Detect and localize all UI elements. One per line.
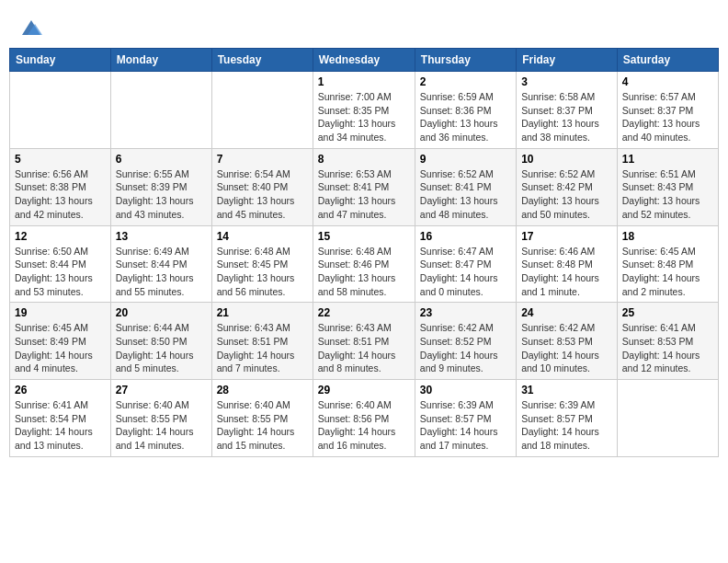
day-info: Sunrise: 6:45 AM Sunset: 8:49 PM Dayligh… [15,321,106,375]
day-cell: 24Sunrise: 6:42 AM Sunset: 8:53 PM Dayli… [517,303,618,380]
day-number: 2 [420,75,511,88]
calendar-table: SundayMondayTuesdayWednesdayThursdayFrid… [9,48,719,457]
day-number: 17 [521,230,612,243]
header-cell-tuesday: Tuesday [211,49,313,72]
day-number: 24 [521,306,612,319]
day-number: 3 [521,75,612,88]
day-number: 31 [521,384,612,396]
day-number: 26 [15,384,106,396]
header-cell-friday: Friday [517,49,618,72]
day-cell [211,72,313,149]
day-info: Sunrise: 6:50 AM Sunset: 8:44 PM Dayligh… [15,245,106,299]
day-number: 16 [420,230,511,243]
day-info: Sunrise: 6:45 AM Sunset: 8:48 PM Dayligh… [622,245,713,299]
day-number: 15 [318,230,410,243]
day-cell: 14Sunrise: 6:48 AM Sunset: 8:45 PM Dayli… [211,225,313,303]
day-cell: 16Sunrise: 6:47 AM Sunset: 8:47 PM Dayli… [415,225,516,303]
day-info: Sunrise: 6:55 AM Sunset: 8:39 PM Dayligh… [116,167,207,222]
day-cell [110,72,211,149]
day-cell: 13Sunrise: 6:49 AM Sunset: 8:44 PM Dayli… [110,225,211,303]
day-cell [617,380,718,457]
day-info: Sunrise: 6:48 AM Sunset: 8:46 PM Dayligh… [318,245,410,299]
day-info: Sunrise: 6:49 AM Sunset: 8:44 PM Dayligh… [116,245,207,299]
day-number: 4 [622,75,713,88]
day-cell: 6Sunrise: 6:55 AM Sunset: 8:39 PM Daylig… [110,148,211,225]
day-info: Sunrise: 6:43 AM Sunset: 8:51 PM Dayligh… [318,321,410,375]
day-info: Sunrise: 6:42 AM Sunset: 8:53 PM Dayligh… [521,321,612,375]
day-cell: 29Sunrise: 6:40 AM Sunset: 8:56 PM Dayli… [313,380,415,457]
day-number: 13 [116,230,207,243]
day-cell: 12Sunrise: 6:50 AM Sunset: 8:44 PM Dayli… [10,225,111,303]
day-cell: 22Sunrise: 6:43 AM Sunset: 8:51 PM Dayli… [313,303,415,380]
header-cell-wednesday: Wednesday [313,49,415,72]
day-cell [10,72,111,149]
day-number: 1 [318,75,410,88]
week-row-2: 12Sunrise: 6:50 AM Sunset: 8:44 PM Dayli… [10,225,719,303]
header-cell-sunday: Sunday [10,49,111,72]
day-info: Sunrise: 6:51 AM Sunset: 8:43 PM Dayligh… [622,167,713,222]
logo [17,15,44,40]
day-info: Sunrise: 6:44 AM Sunset: 8:50 PM Dayligh… [116,321,207,375]
week-row-0: 1Sunrise: 7:00 AM Sunset: 8:35 PM Daylig… [10,72,719,149]
day-cell: 8Sunrise: 6:53 AM Sunset: 8:41 PM Daylig… [313,148,415,225]
day-number: 11 [622,153,713,166]
day-number: 14 [217,230,308,243]
day-cell: 7Sunrise: 6:54 AM Sunset: 8:40 PM Daylig… [211,148,313,225]
day-number: 20 [116,306,207,319]
day-cell: 28Sunrise: 6:40 AM Sunset: 8:55 PM Dayli… [211,380,313,457]
day-info: Sunrise: 6:52 AM Sunset: 8:41 PM Dayligh… [420,167,511,222]
day-info: Sunrise: 6:40 AM Sunset: 8:55 PM Dayligh… [217,398,308,453]
week-row-4: 26Sunrise: 6:41 AM Sunset: 8:54 PM Dayli… [10,380,719,457]
day-number: 10 [521,153,612,166]
day-info: Sunrise: 6:46 AM Sunset: 8:48 PM Dayligh… [521,245,612,299]
day-info: Sunrise: 6:41 AM Sunset: 8:54 PM Dayligh… [15,398,106,453]
day-number: 5 [15,153,106,166]
header-row: SundayMondayTuesdayWednesdayThursdayFrid… [10,49,719,72]
day-number: 25 [622,306,713,319]
week-row-1: 5Sunrise: 6:56 AM Sunset: 8:38 PM Daylig… [10,148,719,225]
day-info: Sunrise: 6:48 AM Sunset: 8:45 PM Dayligh… [217,245,308,299]
day-info: Sunrise: 6:47 AM Sunset: 8:47 PM Dayligh… [420,245,511,299]
day-cell: 20Sunrise: 6:44 AM Sunset: 8:50 PM Dayli… [110,303,211,380]
day-info: Sunrise: 6:43 AM Sunset: 8:51 PM Dayligh… [217,321,308,375]
header-cell-saturday: Saturday [617,49,718,72]
day-info: Sunrise: 7:00 AM Sunset: 8:35 PM Dayligh… [318,90,410,144]
day-info: Sunrise: 6:39 AM Sunset: 8:57 PM Dayligh… [420,398,511,453]
day-number: 9 [420,153,511,166]
day-cell: 9Sunrise: 6:52 AM Sunset: 8:41 PM Daylig… [415,148,516,225]
calendar-body: 1Sunrise: 7:00 AM Sunset: 8:35 PM Daylig… [10,72,719,457]
day-cell: 5Sunrise: 6:56 AM Sunset: 8:38 PM Daylig… [10,148,111,225]
day-cell: 25Sunrise: 6:41 AM Sunset: 8:53 PM Dayli… [617,303,718,380]
day-info: Sunrise: 6:52 AM Sunset: 8:42 PM Dayligh… [521,167,612,222]
day-cell: 30Sunrise: 6:39 AM Sunset: 8:57 PM Dayli… [415,380,516,457]
logo-icon [18,15,44,40]
day-number: 30 [420,384,511,396]
day-info: Sunrise: 6:59 AM Sunset: 8:36 PM Dayligh… [420,90,511,144]
day-number: 23 [420,306,511,319]
day-number: 18 [622,230,713,243]
day-cell: 4Sunrise: 6:57 AM Sunset: 8:37 PM Daylig… [617,72,718,149]
header-cell-monday: Monday [110,49,211,72]
day-info: Sunrise: 6:42 AM Sunset: 8:52 PM Dayligh… [420,321,511,375]
day-number: 8 [318,153,410,166]
day-number: 28 [217,384,308,396]
day-info: Sunrise: 6:57 AM Sunset: 8:37 PM Dayligh… [622,90,713,144]
day-info: Sunrise: 6:40 AM Sunset: 8:55 PM Dayligh… [116,398,207,453]
day-cell: 1Sunrise: 7:00 AM Sunset: 8:35 PM Daylig… [313,72,415,149]
day-number: 7 [217,153,308,166]
day-cell: 2Sunrise: 6:59 AM Sunset: 8:36 PM Daylig… [415,72,516,149]
day-info: Sunrise: 6:56 AM Sunset: 8:38 PM Dayligh… [15,167,106,222]
day-number: 6 [116,153,207,166]
day-cell: 19Sunrise: 6:45 AM Sunset: 8:49 PM Dayli… [10,303,111,380]
day-cell: 31Sunrise: 6:39 AM Sunset: 8:57 PM Dayli… [517,380,618,457]
day-number: 21 [217,306,308,319]
calendar-header: SundayMondayTuesdayWednesdayThursdayFrid… [10,49,719,72]
day-info: Sunrise: 6:53 AM Sunset: 8:41 PM Dayligh… [318,167,410,222]
page-header [9,9,719,40]
day-cell: 15Sunrise: 6:48 AM Sunset: 8:46 PM Dayli… [313,225,415,303]
day-cell: 11Sunrise: 6:51 AM Sunset: 8:43 PM Dayli… [617,148,718,225]
day-cell: 27Sunrise: 6:40 AM Sunset: 8:55 PM Dayli… [110,380,211,457]
day-number: 27 [116,384,207,396]
day-info: Sunrise: 6:40 AM Sunset: 8:56 PM Dayligh… [318,398,410,453]
day-info: Sunrise: 6:58 AM Sunset: 8:37 PM Dayligh… [521,90,612,144]
